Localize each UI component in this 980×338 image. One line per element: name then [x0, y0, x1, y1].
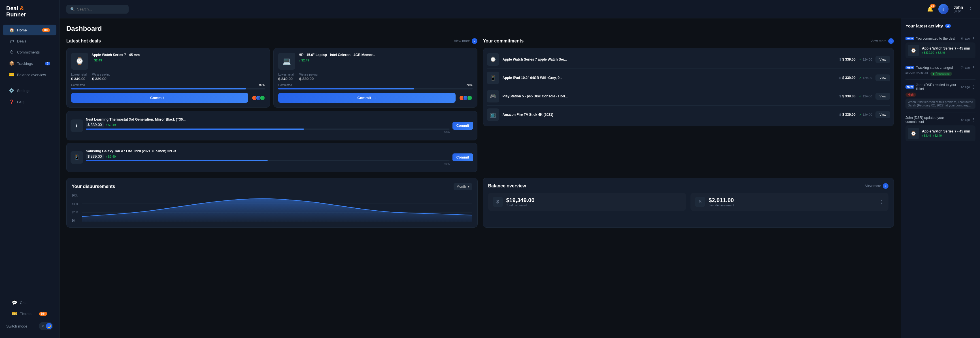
- activity-price-2: ↑ $2.49: [936, 51, 945, 54]
- commitment-price: $ $ 339.00: [840, 76, 856, 80]
- activity-product-name: Apple Watch Series 7 - 45 mm: [922, 129, 970, 133]
- deal-title: HP - 15.6" Laptop - Intel Celeron - 4GB …: [299, 52, 375, 57]
- deals-view-more-btn[interactable]: ›: [472, 38, 477, 44]
- bottom-grid: Your disbursements Month ▾ $60k $40k $20…: [66, 178, 894, 228]
- commit-row: Commit →: [278, 93, 472, 103]
- dark-mode-btn[interactable]: 🌙: [46, 323, 52, 329]
- progress-percentage: 70%: [466, 83, 472, 87]
- samsung-product-name: Samsung Galaxy Tab A7 Lite T220 (2021, 8…: [86, 149, 450, 153]
- commitments-view-more-btn[interactable]: ›: [888, 38, 894, 44]
- sidebar-item-faq[interactable]: ❓ FAQ: [3, 97, 56, 107]
- commit-button-apple-watch[interactable]: Commit →: [71, 93, 248, 103]
- commitment-row: 📱 Apple iPad 10.2" 64GB Wifi -Grey, 9...…: [487, 69, 891, 87]
- commitments-section: Your commitments View more › ⌚ Apple Wat…: [483, 38, 894, 172]
- balance-overview-card: Balance overview View more › $ $19,349.0…: [483, 178, 894, 228]
- sidebar-item-deals[interactable]: 🏷 Deals: [3, 36, 56, 46]
- user-info: John LV 04: [954, 5, 963, 13]
- commit-button-hp-laptop[interactable]: Commit →: [278, 93, 455, 103]
- notification-button[interactable]: 🔔 30: [927, 6, 933, 12]
- commitment-product-image: ⌚: [487, 53, 499, 66]
- activity-reply-text: When I first learned of this problem, I …: [905, 98, 975, 109]
- activity-more-button[interactable]: ⋮: [972, 85, 975, 89]
- last-disbursement-label: Last disbursement: [709, 203, 876, 207]
- nest-price: $ 339.00: [86, 122, 104, 127]
- samsung-price: $ 339.00: [86, 154, 104, 159]
- activity-more-button[interactable]: ⋮: [972, 65, 975, 70]
- menu-button[interactable]: ⋮: [968, 6, 973, 12]
- chevron-down-icon: ▾: [468, 184, 469, 189]
- commit-button-samsung[interactable]: Commit: [452, 154, 473, 161]
- commitment-row: 🎮 PlayStation 5 - ps5 Disc Console - Hor…: [487, 87, 891, 106]
- committer-avatar: [467, 95, 473, 101]
- sidebar-item-settings[interactable]: ⚙️ Settings: [3, 85, 56, 96]
- activity-more-button[interactable]: ⋮: [972, 117, 975, 122]
- sidebar-item-trackings[interactable]: 📦 Trackings 3: [3, 58, 56, 69]
- commitment-count: ✓ 12/400: [859, 58, 872, 62]
- user-name: John: [954, 5, 963, 10]
- latest-hot-deals-section: Latest hot deals View more › ⌚: [66, 38, 477, 172]
- balance-icon: 💳: [9, 72, 14, 77]
- activity-price-2: ↑ $2.49: [933, 134, 942, 137]
- disbursements-header: Your disbursements Month ▾: [72, 183, 472, 190]
- commitment-price: $ $ 339.00: [840, 113, 856, 117]
- last-disbursement-amount: $2,011.00: [709, 197, 876, 203]
- logo-text: Deal &Runner: [6, 5, 26, 17]
- activity-item: John (D&R) updated your commitment 6h ag…: [905, 113, 975, 144]
- sidebar-item-chat[interactable]: 💬 Chat: [6, 297, 54, 308]
- commitment-product-name: Apple Watch Series 7 apple Watch Ser...: [503, 57, 836, 62]
- activity-product-image: ⌚: [908, 45, 919, 56]
- commitment-view-button[interactable]: View: [875, 56, 890, 63]
- commitment-product-image: 📺: [487, 108, 499, 121]
- right-panel: Your latest activity 3 NEW You committed…: [900, 18, 980, 338]
- sidebar: Deal &Runner 🏠 Home 10+ 🏷 Deals ⏱ Commit…: [0, 0, 59, 338]
- switch-mode-row: Switch mode ☀ 🌙: [3, 319, 56, 333]
- commitment-count: ✓ 12/400: [859, 95, 872, 98]
- search-box[interactable]: 🔍: [66, 5, 129, 14]
- balance-view-more[interactable]: View more ›: [865, 183, 888, 189]
- inline-deals: 🌡 Nest Learning Thermostat 3rd Generatio…: [66, 111, 477, 172]
- commitments-section-title: Your commitments: [483, 38, 524, 44]
- commitment-view-button[interactable]: View: [875, 75, 890, 81]
- search-icon: 🔍: [70, 7, 75, 11]
- month-select[interactable]: Month ▾: [453, 183, 472, 190]
- balance-section-title: Balance overview: [488, 183, 526, 189]
- header-right: 🔔 30 J John LV 04 ⋮: [927, 4, 973, 14]
- commitments-view-more[interactable]: View more ›: [871, 38, 894, 44]
- activity-product-name: Apple Watch Series 7 - 45 mm: [922, 46, 970, 51]
- activity-product: ⌚ Apple Watch Series 7 - 45 mm ↑ $339.00…: [905, 43, 975, 58]
- settings-icon: ⚙️: [9, 88, 14, 93]
- balance-view-more-btn[interactable]: ›: [883, 183, 888, 189]
- samsung-deal-row: 📱 Samsung Galaxy Tab A7 Lite T220 (2021,…: [70, 147, 473, 168]
- activity-item: NEW Tracking status changed 7h ago ⋮ #CZ…: [905, 62, 975, 79]
- total-disbursed-metric: $ $19,349.00 Total disbursed: [488, 193, 686, 211]
- sidebar-item-home[interactable]: 🏠 Home 10+: [3, 25, 56, 35]
- commitment-price: $ $ 339.00: [840, 94, 856, 98]
- deal-card-apple-watch: ⌚ Apple Watch Series 7 - 45 mm ↑ $2.49: [66, 48, 270, 108]
- commit-button-nest[interactable]: Commit: [452, 122, 473, 130]
- sidebar-item-tickets[interactable]: 🎫 Tickets 10+: [6, 308, 54, 319]
- activity-count: 3: [945, 24, 951, 28]
- light-mode-btn[interactable]: ☀: [40, 323, 46, 329]
- deal-product-image: ⌚: [71, 52, 88, 70]
- activity-time: 6h ago: [961, 86, 970, 89]
- user-avatar[interactable]: J: [939, 4, 948, 14]
- sidebar-item-balance[interactable]: 💳 Balance overview: [3, 69, 56, 80]
- samsung-product-image: 📱: [70, 151, 83, 163]
- sidebar-item-commitments[interactable]: ⏱ Commitments: [3, 47, 56, 57]
- deals-view-more[interactable]: View more ›: [454, 38, 477, 44]
- deal-product-image: 💻: [278, 52, 295, 70]
- mode-toggle[interactable]: ☀ 🌙: [39, 322, 53, 330]
- balance-metrics: $ $19,349.00 Total disbursed $ $2,011.00: [488, 193, 889, 211]
- commitment-view-button[interactable]: View: [875, 93, 890, 100]
- content-area: Dashboard Latest hot deals View more ›: [59, 18, 980, 338]
- samsung-progress-bar: [86, 160, 450, 161]
- activity-more-button[interactable]: ⋮: [972, 36, 975, 41]
- activity-text: John (D&R) updated your commitment: [905, 116, 961, 124]
- commitment-row: 📺 Amazon Fire TV Stick 4K (2021) $ $ 339…: [487, 106, 891, 124]
- commitment-view-button[interactable]: View: [875, 111, 890, 118]
- balance-more-button[interactable]: ⋮: [880, 199, 884, 205]
- search-input[interactable]: [77, 7, 125, 11]
- deals-icon: 🏷: [9, 39, 14, 44]
- home-icon: 🏠: [9, 27, 14, 33]
- commitments-icon: ⏱: [9, 50, 14, 55]
